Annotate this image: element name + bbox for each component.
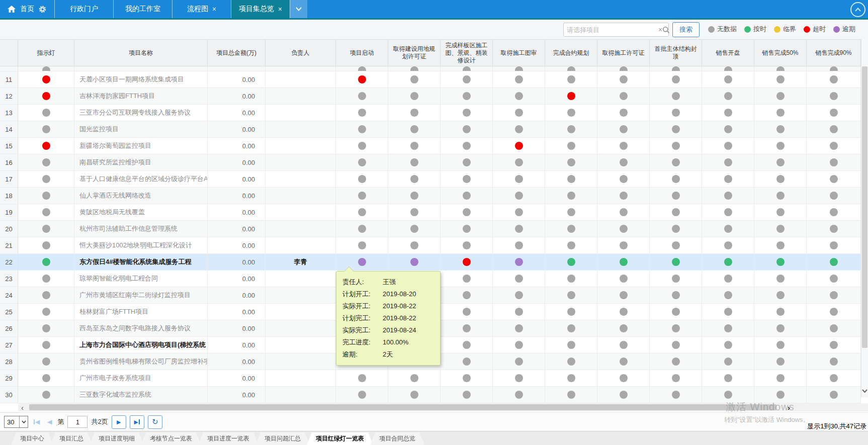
status-dot[interactable] — [620, 75, 628, 83]
status-dot[interactable] — [410, 374, 418, 382]
status-dot[interactable] — [515, 75, 523, 83]
column-header[interactable]: 项目总金额(万) — [208, 40, 266, 66]
status-dot[interactable] — [463, 92, 471, 100]
project-name-cell[interactable]: 仙人掌酒店无线网络改造 — [74, 188, 208, 204]
milestone-cell[interactable] — [807, 105, 861, 121]
milestone-cell[interactable] — [597, 370, 650, 387]
milestone-cell[interactable] — [597, 320, 650, 337]
milestone-cell[interactable] — [336, 71, 388, 88]
status-dot[interactable] — [776, 125, 785, 133]
status-dot[interactable] — [620, 66, 628, 71]
milestone-cell[interactable] — [807, 221, 861, 237]
status-dot[interactable] — [515, 158, 523, 166]
milestone-cell[interactable] — [493, 138, 545, 154]
status-dot[interactable] — [410, 192, 418, 200]
status-dot[interactable] — [830, 125, 838, 133]
indicator-dot[interactable] — [42, 75, 50, 83]
indicator-dot[interactable] — [42, 324, 50, 332]
milestone-cell[interactable] — [441, 71, 493, 88]
milestone-cell[interactable] — [650, 254, 702, 271]
indicator-dot[interactable] — [42, 125, 50, 133]
status-dot[interactable] — [358, 66, 366, 71]
table-row[interactable]: 14国光监控项目0.00 — [0, 121, 861, 138]
milestone-cell[interactable] — [493, 71, 545, 88]
indicator-dot[interactable] — [42, 92, 50, 100]
status-dot[interactable] — [567, 291, 575, 299]
status-dot[interactable] — [463, 208, 471, 216]
milestone-cell[interactable] — [597, 254, 650, 271]
status-dot[interactable] — [463, 308, 471, 316]
milestone-cell[interactable] — [493, 320, 545, 337]
status-dot[interactable] — [463, 275, 471, 283]
milestone-cell[interactable] — [650, 204, 702, 221]
status-dot[interactable] — [410, 66, 418, 71]
column-header[interactable]: 负责人 — [266, 40, 336, 66]
status-dot[interactable] — [515, 142, 523, 150]
milestone-cell[interactable] — [441, 171, 493, 188]
indicator-dot[interactable] — [42, 391, 50, 399]
milestone-cell[interactable] — [597, 237, 650, 254]
project-select-box[interactable]: × — [563, 23, 669, 37]
bottom-tab-项目问题汇总[interactable]: 项目问题汇总 — [255, 432, 310, 445]
status-dot[interactable] — [724, 374, 732, 382]
milestone-cell[interactable] — [650, 320, 702, 337]
milestone-cell[interactable] — [807, 88, 861, 105]
clear-icon[interactable]: × — [658, 26, 662, 34]
status-dot[interactable] — [358, 158, 366, 166]
status-dot[interactable] — [358, 75, 366, 83]
milestone-cell[interactable] — [441, 66, 493, 71]
milestone-cell[interactable] — [388, 188, 441, 204]
milestone-cell[interactable] — [754, 287, 807, 304]
column-header[interactable]: 项目名称 — [74, 40, 208, 66]
indicator-dot[interactable] — [42, 275, 50, 283]
nav-more-tabs-button[interactable] — [290, 0, 307, 18]
milestone-cell[interactable] — [545, 188, 597, 204]
milestone-cell[interactable] — [493, 237, 545, 254]
status-dot[interactable] — [776, 275, 785, 283]
milestone-cell[interactable] — [807, 353, 861, 370]
status-dot[interactable] — [672, 241, 680, 249]
milestone-cell[interactable] — [493, 221, 545, 237]
milestone-cell[interactable] — [493, 370, 545, 387]
project-name-cell[interactable]: 西岛至东岛之间数字电路接入服务协议 — [74, 320, 208, 337]
status-dot[interactable] — [567, 75, 575, 83]
status-dot[interactable] — [567, 374, 575, 382]
milestone-cell[interactable] — [545, 171, 597, 188]
milestone-cell[interactable] — [702, 271, 754, 287]
status-dot[interactable] — [358, 109, 366, 117]
milestone-cell[interactable] — [597, 71, 650, 88]
status-dot[interactable] — [515, 308, 523, 316]
milestone-cell[interactable] — [493, 287, 545, 304]
status-dot[interactable] — [776, 175, 785, 183]
status-dot[interactable] — [672, 208, 680, 216]
table-row[interactable]: 12吉林洋海韵家园FTTH项目0.00 — [0, 88, 861, 105]
status-dot[interactable] — [672, 391, 680, 399]
status-dot[interactable] — [567, 341, 575, 349]
project-name-cell[interactable]: 基于人口健康信息平台的区域分级诊疗平台A包 — [74, 171, 208, 188]
status-dot[interactable] — [358, 258, 366, 266]
page-size-select[interactable]: 30 — [4, 416, 28, 428]
status-dot[interactable] — [830, 258, 838, 266]
status-dot[interactable] — [620, 175, 628, 183]
status-dot[interactable] — [515, 391, 523, 399]
status-dot[interactable] — [410, 258, 418, 266]
project-name-cell[interactable]: 广州市电子政务系统项目 — [74, 370, 208, 387]
nav-tab-行政门户[interactable]: 行政门户 — [54, 0, 113, 18]
search-button[interactable]: 搜索 — [672, 22, 700, 37]
milestone-cell[interactable] — [388, 66, 441, 71]
status-dot[interactable] — [515, 92, 523, 100]
column-header[interactable]: 取得建设用地规划许可证 — [388, 40, 441, 66]
milestone-cell[interactable] — [702, 105, 754, 121]
project-name-cell[interactable]: 黄陂区地税局无线覆盖 — [74, 204, 208, 221]
status-dot[interactable] — [620, 241, 628, 249]
milestone-cell[interactable] — [754, 221, 807, 237]
table-row[interactable]: 20杭州市司法辅助工作信息管理系统0.00 — [0, 221, 861, 237]
status-dot[interactable] — [724, 192, 732, 200]
page-number-input[interactable] — [67, 416, 88, 428]
milestone-cell[interactable] — [388, 138, 441, 154]
status-dot[interactable] — [620, 275, 628, 283]
status-dot[interactable] — [620, 109, 628, 117]
status-dot[interactable] — [830, 324, 838, 332]
search-icon[interactable] — [662, 26, 670, 34]
status-dot[interactable] — [620, 192, 628, 200]
